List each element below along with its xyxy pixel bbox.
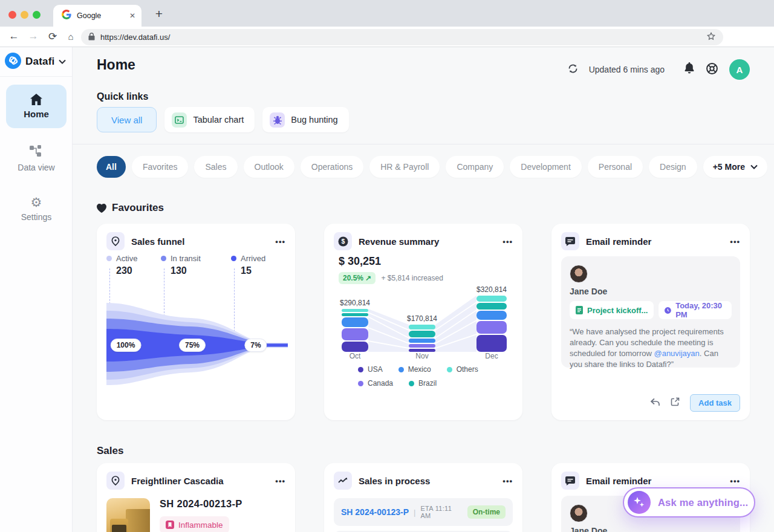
tab-close-icon[interactable]: ✕: [129, 11, 135, 20]
home-icon: [30, 94, 42, 105]
card-revenue-summary: $ Revenue summary ••• $ 30,251 20.5% ↗ +…: [324, 224, 522, 420]
funnel-legend-item: Arrived15: [231, 254, 265, 276]
shipment-id-link[interactable]: SH 2024-00123-P: [341, 507, 409, 517]
heart-icon: [97, 204, 106, 213]
card-sales-in-process: Sales in process ••• SH 2024-00123-P | E…: [324, 463, 522, 532]
filter-pill-all[interactable]: All: [97, 156, 126, 178]
sidebar-item-home[interactable]: Home: [6, 85, 67, 128]
quick-link-bug-hunting[interactable]: Bug hunting: [262, 107, 348, 132]
time-tag[interactable]: Today, 20:30 PM: [659, 301, 732, 319]
location-pin-icon: [106, 472, 125, 490]
quick-link-label: Bug hunting: [291, 115, 337, 125]
notification-bell-icon[interactable]: [684, 62, 695, 77]
separator: |: [414, 508, 415, 517]
bookmark-star-icon[interactable]: [706, 31, 716, 44]
card-menu-icon[interactable]: •••: [730, 476, 740, 485]
card-menu-icon[interactable]: •••: [275, 476, 285, 485]
subject-tag[interactable]: Project kickoff...: [570, 301, 654, 319]
home-button[interactable]: ⌂: [63, 28, 79, 44]
legend-label: USA: [368, 365, 383, 374]
datafi-logo-icon: [5, 53, 21, 71]
card-menu-icon[interactable]: •••: [502, 237, 513, 246]
quick-links-heading: Quick links: [97, 91, 148, 102]
chat-message-icon: [561, 232, 579, 250]
back-button[interactable]: ←: [6, 28, 22, 44]
chat-message-icon: [561, 472, 579, 490]
filter-pill-sales[interactable]: Sales: [194, 156, 237, 178]
funnel-chart: 100%75%7%: [106, 301, 288, 392]
brand[interactable]: Datafi: [0, 47, 72, 77]
bar-segment-brazil: [342, 313, 368, 316]
ask-me-anything-label: Ask me anything...: [658, 497, 748, 508]
filter-pill-operations[interactable]: Operations: [301, 156, 363, 178]
legend-label: Others: [457, 365, 478, 374]
filter-pill-favorites[interactable]: Favorites: [132, 156, 189, 178]
reply-icon[interactable]: [650, 398, 660, 409]
card-title: Sales in process: [359, 476, 496, 486]
view-all-button[interactable]: View all: [97, 107, 157, 132]
legend-label: Brazil: [418, 379, 437, 388]
filter-pill-outlook[interactable]: Outlook: [244, 156, 294, 178]
legend-value: 130: [171, 265, 201, 276]
legend-label: In transit: [171, 254, 201, 263]
bar-segment-canada: [342, 328, 368, 340]
card-sales-funnel: Sales funnel ••• Active230In transit130A…: [97, 224, 295, 420]
bar-total-label: $170,814: [407, 314, 437, 323]
help-lifering-icon[interactable]: [706, 62, 718, 77]
revenue-stacked-bar-chart: $290,814Oct$170,814Nov$320,814Dec: [339, 289, 508, 360]
filter-pill-development[interactable]: Development: [510, 156, 582, 178]
card-title: Email reminder: [586, 476, 723, 486]
funnel-percent-label: 75%: [179, 339, 206, 352]
filter-pill-personal[interactable]: Personal: [588, 156, 643, 178]
lock-icon: [88, 32, 95, 43]
user-avatar[interactable]: A: [729, 59, 750, 80]
sidebar-item-label: Settings: [0, 212, 73, 222]
bar-segment-usa: [342, 342, 368, 352]
new-tab-button[interactable]: +: [151, 6, 167, 22]
add-task-button[interactable]: Add task: [690, 394, 740, 412]
reload-button[interactable]: ⟳: [45, 28, 60, 44]
mention-link[interactable]: @anuvijayan: [654, 349, 699, 358]
card-menu-icon[interactable]: •••: [502, 476, 513, 485]
revenue-legend-item: Others: [447, 365, 478, 374]
brand-name: Datafi: [25, 56, 54, 68]
revenue-legend-item: Mexico: [398, 365, 431, 374]
ask-me-anything-button[interactable]: Ask me anything...: [623, 487, 755, 517]
favourites-heading: Favourites: [97, 202, 164, 214]
sync-icon[interactable]: [568, 63, 578, 76]
legend-dot: [231, 256, 236, 261]
filter-pill-design[interactable]: Design: [649, 156, 697, 178]
brand-chevron-down-icon[interactable]: [59, 59, 66, 64]
url-bar[interactable]: https://dev.datafi.us/: [81, 29, 723, 45]
filter-pill-company[interactable]: Company: [446, 156, 504, 178]
sidebar-item-settings[interactable]: ⚙ Settings: [0, 196, 73, 222]
clock-icon: [665, 307, 671, 314]
maximize-window-button[interactable]: [33, 11, 41, 19]
legend-dot: [398, 367, 404, 372]
revenue-change-badge: 20.5% ↗: [339, 272, 376, 284]
shipment-row[interactable]: SH 2024-00123-P | ETA 11:11 AM On-time: [334, 498, 513, 526]
svg-text:$: $: [341, 238, 345, 245]
card-email-reminder: Email reminder ••• Jane Doe Project kick…: [551, 224, 750, 420]
shipment-eta: ETA 11:11 AM: [420, 505, 462, 519]
close-window-button[interactable]: [8, 11, 16, 19]
hazard-bookmark-icon: [166, 521, 174, 529]
revenue-legend-item: Canada: [358, 379, 393, 388]
open-external-icon[interactable]: [671, 397, 680, 409]
card-menu-icon[interactable]: •••: [730, 237, 740, 246]
funnel-legend-item: Active230: [106, 254, 137, 276]
filter-more-button[interactable]: +5 More: [703, 156, 767, 178]
sidebar-item-data-view[interactable]: Data view: [0, 145, 73, 172]
email-preview-panel: Jane Doe Project kickoff... Today, 20:30…: [561, 256, 740, 368]
browser-tab[interactable]: Google ✕: [53, 5, 141, 27]
legend-dot: [409, 381, 414, 386]
tab-title: Google: [77, 11, 124, 20]
filter-pill-hr-payroll[interactable]: HR & Payroll: [369, 156, 440, 178]
forward-button[interactable]: →: [25, 28, 41, 44]
card-menu-icon[interactable]: •••: [275, 237, 285, 246]
minimize-window-button[interactable]: [21, 11, 28, 19]
quick-link-tabular-chart[interactable]: Tabular chart: [164, 107, 255, 132]
revenue-total: $ 30,251: [339, 255, 381, 268]
sidebar: Datafi Home Data view ⚙ Settings: [0, 47, 73, 532]
revenue-legend-item: Brazil: [409, 379, 437, 388]
